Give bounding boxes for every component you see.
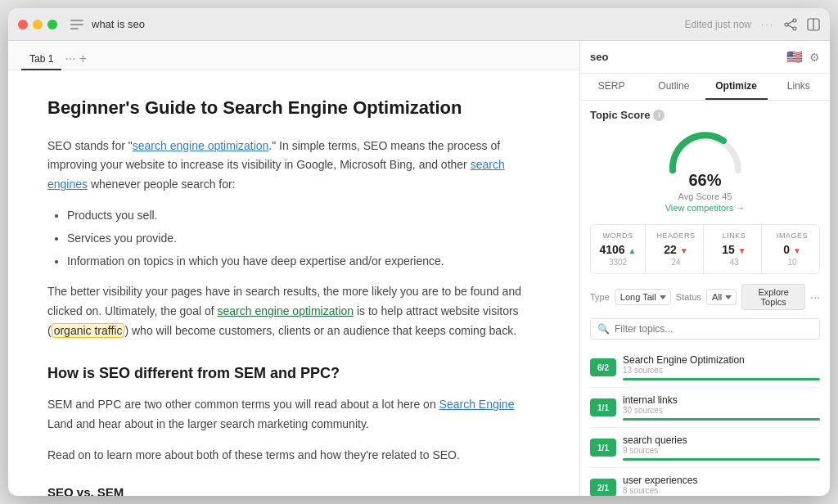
tab-optimize[interactable]: Optimize	[705, 74, 768, 100]
topic-badge: 1/1	[590, 439, 616, 457]
topic-sources: 8 sources	[623, 486, 820, 495]
topic-sources: 13 sources	[623, 366, 820, 375]
heading-seo-vs-sem: SEO vs. SEM	[47, 482, 540, 496]
link-seo-goal[interactable]: search engine optimization	[218, 304, 354, 317]
panel-body: Topic Score i 66% Avg Score 45 View comp…	[580, 101, 830, 496]
topic-sources: 9 sources	[623, 446, 820, 455]
topic-item: 1/1 search queries 9 sources	[590, 428, 820, 468]
topic-badge: 6/2	[590, 358, 616, 376]
paragraph-2: The better visibility your pages have in…	[47, 282, 540, 340]
traffic-lights	[18, 20, 57, 29]
app-window: what is seo Edited just now ··· Tab 1 ··…	[8, 8, 830, 496]
tab-serp[interactable]: SERP	[580, 74, 642, 100]
heading-sem-ppc: How is SEO different from SEM and PPC?	[47, 361, 540, 386]
filter-input-row: 🔍	[590, 318, 820, 340]
paragraph-4: Read on to learn more about both of thes…	[47, 446, 540, 466]
stat-images: IMAGES 0 ▼ 10	[765, 225, 819, 273]
link-search-engines[interactable]: search engines	[47, 158, 505, 191]
right-panel: seo 🇺🇸 ⚙ SERP Outline Optimize Links Top…	[580, 41, 830, 496]
bullet-item-3: Information on topics in which you have …	[67, 252, 540, 272]
gauge-chart	[665, 129, 746, 174]
gauge-container: 66% Avg Score 45 View competitors →	[590, 129, 820, 213]
flag-icon[interactable]: 🇺🇸	[786, 49, 803, 65]
link-search-engine-land[interactable]: Search Engine	[439, 398, 515, 411]
stat-links: LINKS 15 ▼ 43	[707, 225, 762, 273]
filter-topics-input[interactable]	[615, 323, 813, 335]
topic-name[interactable]: Search Engine Optimization	[623, 354, 820, 366]
topic-info: Search Engine Optimization 13 sources	[623, 354, 820, 380]
svg-point-0	[793, 19, 796, 22]
panel-tabs: SERP Outline Optimize Links	[580, 74, 830, 101]
stat-words: WORDS 4106 ▲ 3302	[591, 225, 646, 273]
topic-sources: 30 sources	[623, 406, 820, 415]
stats-row: WORDS 4106 ▲ 3302 HEADERS 22 ▼ 24 LINKS …	[590, 224, 820, 274]
topic-item: 2/1 user experiences 8 sources	[590, 468, 820, 496]
filter-more-icon[interactable]: ···	[810, 290, 820, 304]
tab-outline[interactable]: Outline	[642, 74, 705, 100]
topic-score-header: Topic Score i	[590, 109, 820, 121]
settings-icon[interactable]: ⚙	[809, 51, 820, 64]
more-options[interactable]: ···	[761, 19, 774, 30]
tab-links[interactable]: Links	[768, 74, 830, 100]
topic-bar	[623, 458, 820, 461]
minimize-button[interactable]	[33, 20, 43, 29]
share-icon[interactable]	[784, 18, 797, 31]
highlight-organic-traffic: organic traffic	[52, 323, 125, 338]
explore-topics-button[interactable]: Explore Topics	[741, 284, 805, 310]
editor-body[interactable]: Beginner's Guide to Search Engine Optimi…	[8, 70, 579, 496]
bullet-list: Products you sell. Services you provide.…	[67, 206, 540, 271]
titlebar-right: Edited just now ···	[685, 18, 820, 31]
svg-line-3	[788, 21, 793, 24]
topic-name[interactable]: user experiences	[623, 475, 820, 486]
topic-badge: 1/1	[590, 398, 616, 416]
tab-dots[interactable]: ···	[65, 52, 75, 70]
tab-1[interactable]: Tab 1	[21, 48, 61, 70]
topic-name[interactable]: search queries	[623, 434, 820, 446]
view-competitors-link[interactable]: View competitors →	[665, 203, 746, 213]
topic-info: user experiences 8 sources	[623, 475, 820, 496]
titlebar-left: what is seo	[64, 18, 678, 30]
status-label: Status	[676, 292, 701, 302]
close-button[interactable]	[18, 20, 28, 29]
maximize-button[interactable]	[47, 20, 57, 29]
main-content: Tab 1 ··· + Beginner's Guide to Search E…	[8, 41, 830, 496]
sidebar-toggle[interactable]	[70, 20, 83, 29]
gauge-percent: 66%	[688, 171, 721, 190]
paragraph-1: SEO stands for "search engine optimizati…	[47, 137, 540, 195]
topic-bar	[623, 418, 820, 421]
titlebar: what is seo Edited just now ···	[8, 8, 830, 41]
topic-score-label: Topic Score	[590, 109, 650, 121]
paragraph-3: SEM and PPC are two other common terms y…	[47, 395, 540, 434]
topic-info: search queries 9 sources	[623, 434, 820, 461]
topic-badge: 2/1	[590, 479, 616, 496]
search-icon: 🔍	[597, 323, 610, 335]
topic-name[interactable]: internal links	[623, 394, 820, 406]
layout-icon[interactable]	[807, 18, 820, 31]
type-select[interactable]: Long Tail	[615, 289, 671, 305]
panel-header-right: 🇺🇸 ⚙	[786, 49, 820, 65]
main-heading: Beginner's Guide to Search Engine Optimi…	[47, 97, 540, 120]
filter-row: Type Long Tail Status All Explore Topics…	[590, 284, 820, 310]
edited-status: Edited just now	[685, 19, 751, 30]
stat-headers: HEADERS 22 ▼ 24	[649, 225, 704, 273]
info-icon[interactable]: i	[653, 110, 665, 121]
bullet-item-1: Products you sell.	[67, 206, 540, 226]
svg-point-1	[785, 23, 788, 26]
status-select[interactable]: All	[706, 289, 737, 305]
gauge-avg: Avg Score 45	[678, 191, 732, 201]
svg-point-2	[793, 27, 796, 30]
type-label: Type	[590, 292, 610, 302]
topics-list: 6/2 Search Engine Optimization 13 source…	[590, 348, 820, 496]
svg-line-4	[788, 25, 793, 28]
link-search-engine-optimization[interactable]: search engine optimization	[133, 139, 269, 152]
topic-item: 1/1 internal links 30 sources	[590, 388, 820, 428]
add-tab-button[interactable]: +	[79, 52, 87, 70]
panel-header: seo 🇺🇸 ⚙	[580, 41, 830, 74]
document-title: what is seo	[92, 18, 145, 30]
editor-tabs: Tab 1 ··· +	[8, 41, 579, 70]
editor-panel: Tab 1 ··· + Beginner's Guide to Search E…	[8, 41, 580, 496]
topic-info: internal links 30 sources	[623, 394, 820, 421]
topic-item: 6/2 Search Engine Optimization 13 source…	[590, 348, 820, 388]
bullet-item-2: Services you provide.	[67, 229, 540, 249]
topic-bar	[623, 378, 820, 380]
